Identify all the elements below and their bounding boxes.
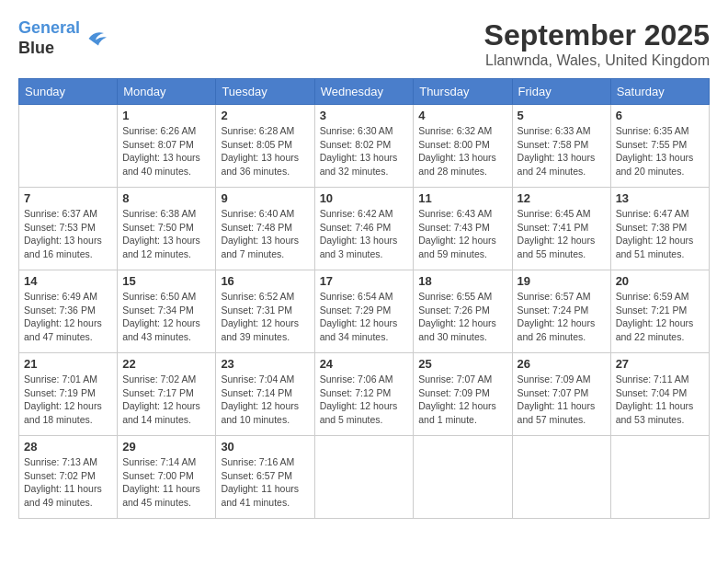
- day-number: 19: [518, 274, 606, 288]
- day-number: 2: [221, 109, 309, 122]
- day-number: 11: [418, 191, 506, 205]
- calendar-cell: 4Sunrise: 6:32 AMSunset: 8:00 PMDaylight…: [414, 105, 512, 188]
- day-detail: Sunrise: 6:57 AMSunset: 7:24 PMDaylight:…: [518, 290, 606, 344]
- calendar-cell: 16Sunrise: 6:52 AMSunset: 7:31 PMDayligh…: [216, 270, 314, 353]
- day-number: 21: [24, 357, 112, 371]
- day-detail: Sunrise: 7:09 AMSunset: 7:07 PMDaylight:…: [518, 373, 606, 427]
- day-detail: Sunrise: 7:13 AMSunset: 7:02 PMDaylight:…: [24, 455, 112, 510]
- day-detail: Sunrise: 6:54 AMSunset: 7:29 PMDaylight:…: [320, 290, 409, 344]
- day-number: 4: [418, 109, 506, 122]
- day-detail: Sunrise: 6:45 AMSunset: 7:41 PMDaylight:…: [518, 207, 606, 261]
- calendar-cell: 26Sunrise: 7:09 AMSunset: 7:07 PMDayligh…: [512, 353, 610, 436]
- day-detail: Sunrise: 6:49 AMSunset: 7:36 PMDaylight:…: [24, 290, 112, 344]
- day-number: 25: [418, 357, 506, 371]
- calendar-cell: [610, 436, 709, 519]
- calendar-cell: 23Sunrise: 7:04 AMSunset: 7:14 PMDayligh…: [216, 353, 314, 436]
- location-title: Llanwnda, Wales, United Kingdom: [484, 52, 710, 69]
- day-detail: Sunrise: 7:16 AMSunset: 6:57 PMDaylight:…: [221, 455, 309, 510]
- page-header: General Blue September 2025 Llanwnda, Wa…: [18, 18, 710, 69]
- day-detail: Sunrise: 7:11 AMSunset: 7:04 PMDaylight:…: [616, 373, 704, 427]
- day-detail: Sunrise: 6:37 AMSunset: 7:53 PMDaylight:…: [24, 207, 112, 261]
- day-number: 22: [122, 357, 210, 371]
- day-detail: Sunrise: 6:47 AMSunset: 7:38 PMDaylight:…: [616, 207, 704, 261]
- day-number: 28: [24, 440, 112, 454]
- day-number: 6: [616, 109, 704, 122]
- day-detail: Sunrise: 7:01 AMSunset: 7:19 PMDaylight:…: [24, 373, 112, 427]
- day-number: 13: [616, 191, 704, 205]
- day-number: 16: [221, 274, 309, 288]
- day-detail: Sunrise: 7:02 AMSunset: 7:17 PMDaylight:…: [122, 373, 210, 427]
- day-detail: Sunrise: 6:42 AMSunset: 7:46 PMDaylight:…: [320, 207, 409, 261]
- calendar-cell: 20Sunrise: 6:59 AMSunset: 7:21 PMDayligh…: [610, 270, 709, 353]
- calendar-cell: 25Sunrise: 7:07 AMSunset: 7:09 PMDayligh…: [414, 353, 512, 436]
- day-detail: Sunrise: 6:55 AMSunset: 7:26 PMDaylight:…: [418, 290, 506, 344]
- day-number: 7: [24, 191, 112, 205]
- day-detail: Sunrise: 6:28 AMSunset: 8:05 PMDaylight:…: [221, 124, 309, 178]
- calendar-cell: 29Sunrise: 7:14 AMSunset: 7:00 PMDayligh…: [118, 436, 216, 519]
- day-number: 20: [616, 274, 704, 288]
- calendar-cell: 30Sunrise: 7:16 AMSunset: 6:57 PMDayligh…: [216, 436, 314, 519]
- calendar-cell: 12Sunrise: 6:45 AMSunset: 7:41 PMDayligh…: [512, 188, 610, 270]
- day-number: 23: [221, 357, 309, 371]
- calendar-cell: 28Sunrise: 7:13 AMSunset: 7:02 PMDayligh…: [19, 436, 118, 519]
- calendar-cell: 11Sunrise: 6:43 AMSunset: 7:43 PMDayligh…: [414, 188, 512, 270]
- calendar-week-row: 28Sunrise: 7:13 AMSunset: 7:02 PMDayligh…: [19, 436, 710, 519]
- calendar-cell: [19, 105, 118, 188]
- calendar-cell: 19Sunrise: 6:57 AMSunset: 7:24 PMDayligh…: [512, 270, 610, 353]
- calendar-cell: 13Sunrise: 6:47 AMSunset: 7:38 PMDayligh…: [610, 188, 709, 270]
- day-detail: Sunrise: 6:35 AMSunset: 7:55 PMDaylight:…: [616, 124, 704, 178]
- weekday-header: Thursday: [414, 79, 512, 105]
- calendar-cell: 17Sunrise: 6:54 AMSunset: 7:29 PMDayligh…: [314, 270, 414, 353]
- weekday-header: Friday: [512, 79, 610, 105]
- calendar-cell: 18Sunrise: 6:55 AMSunset: 7:26 PMDayligh…: [414, 270, 512, 353]
- day-number: 15: [122, 274, 210, 288]
- calendar-week-row: 1Sunrise: 6:26 AMSunset: 8:07 PMDaylight…: [19, 105, 710, 188]
- calendar-cell: [512, 436, 610, 519]
- logo: General Blue: [18, 18, 109, 58]
- calendar-header-row: SundayMondayTuesdayWednesdayThursdayFrid…: [19, 79, 710, 105]
- calendar-week-row: 7Sunrise: 6:37 AMSunset: 7:53 PMDaylight…: [19, 188, 710, 270]
- day-number: 9: [221, 191, 309, 205]
- calendar-cell: 3Sunrise: 6:30 AMSunset: 8:02 PMDaylight…: [314, 105, 414, 188]
- day-detail: Sunrise: 7:07 AMSunset: 7:09 PMDaylight:…: [418, 373, 506, 427]
- calendar-cell: 14Sunrise: 6:49 AMSunset: 7:36 PMDayligh…: [19, 270, 118, 353]
- day-number: 8: [122, 191, 210, 205]
- weekday-header: Tuesday: [216, 79, 314, 105]
- calendar-cell: 5Sunrise: 6:33 AMSunset: 7:58 PMDaylight…: [512, 105, 610, 188]
- calendar-week-row: 21Sunrise: 7:01 AMSunset: 7:19 PMDayligh…: [19, 353, 710, 436]
- calendar-cell: 2Sunrise: 6:28 AMSunset: 8:05 PMDaylight…: [216, 105, 314, 188]
- weekday-header: Wednesday: [314, 79, 414, 105]
- calendar-cell: 6Sunrise: 6:35 AMSunset: 7:55 PMDaylight…: [610, 105, 709, 188]
- calendar-cell: 21Sunrise: 7:01 AMSunset: 7:19 PMDayligh…: [19, 353, 118, 436]
- weekday-header: Monday: [118, 79, 216, 105]
- day-detail: Sunrise: 6:32 AMSunset: 8:00 PMDaylight:…: [418, 124, 506, 178]
- calendar-week-row: 14Sunrise: 6:49 AMSunset: 7:36 PMDayligh…: [19, 270, 710, 353]
- day-detail: Sunrise: 6:59 AMSunset: 7:21 PMDaylight:…: [616, 290, 704, 344]
- day-number: 3: [320, 109, 409, 122]
- day-detail: Sunrise: 6:26 AMSunset: 8:07 PMDaylight:…: [122, 124, 210, 178]
- day-number: 30: [221, 440, 309, 454]
- logo-bird-icon: [82, 25, 109, 52]
- logo-text: General Blue: [18, 18, 80, 58]
- day-number: 24: [320, 357, 409, 371]
- day-detail: Sunrise: 7:06 AMSunset: 7:12 PMDaylight:…: [320, 373, 409, 427]
- calendar-cell: 7Sunrise: 6:37 AMSunset: 7:53 PMDaylight…: [19, 188, 118, 270]
- calendar-cell: 22Sunrise: 7:02 AMSunset: 7:17 PMDayligh…: [118, 353, 216, 436]
- day-number: 12: [518, 191, 606, 205]
- day-detail: Sunrise: 6:33 AMSunset: 7:58 PMDaylight:…: [518, 124, 606, 178]
- calendar-cell: 24Sunrise: 7:06 AMSunset: 7:12 PMDayligh…: [314, 353, 414, 436]
- day-detail: Sunrise: 7:14 AMSunset: 7:00 PMDaylight:…: [122, 455, 210, 510]
- title-area: September 2025 Llanwnda, Wales, United K…: [484, 18, 710, 69]
- day-detail: Sunrise: 6:52 AMSunset: 7:31 PMDaylight:…: [221, 290, 309, 344]
- day-number: 1: [122, 109, 210, 122]
- day-number: 14: [24, 274, 112, 288]
- day-detail: Sunrise: 6:43 AMSunset: 7:43 PMDaylight:…: [418, 207, 506, 261]
- day-number: 27: [616, 357, 704, 371]
- calendar-cell: 8Sunrise: 6:38 AMSunset: 7:50 PMDaylight…: [118, 188, 216, 270]
- day-number: 5: [518, 109, 606, 122]
- day-detail: Sunrise: 7:04 AMSunset: 7:14 PMDaylight:…: [221, 373, 309, 427]
- day-number: 26: [518, 357, 606, 371]
- day-number: 10: [320, 191, 409, 205]
- day-number: 18: [418, 274, 506, 288]
- weekday-header: Saturday: [610, 79, 709, 105]
